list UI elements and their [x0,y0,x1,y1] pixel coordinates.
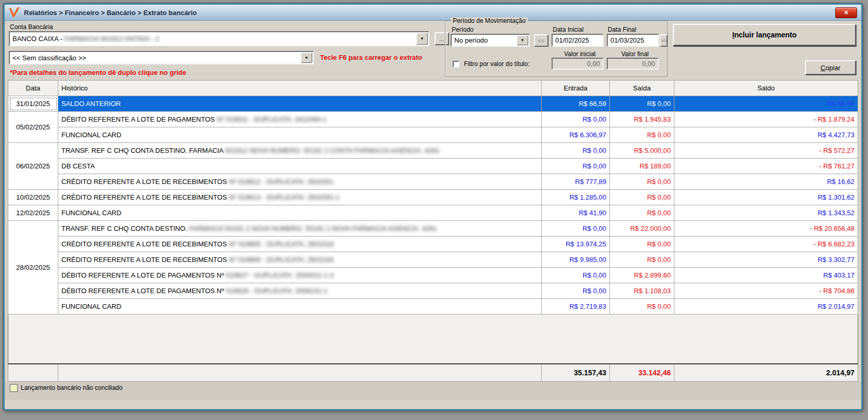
entrada-cell[interactable]: R$ 9.985,00 [542,252,610,268]
table-row[interactable]: 10/02/2025CRÉDITO REFERENTE A LOTE DE RE… [8,190,858,205]
saida-cell[interactable]: R$ 0,00 [610,205,674,221]
saida-cell[interactable]: R$ 1.108,03 [610,283,674,299]
historico-cell[interactable]: DÉBITO REFERENTE A LOTE DE PAGAMENTOS Nº… [58,112,542,127]
saldo-cell[interactable]: R$ 1.301,62 [674,190,858,205]
saldo-cell[interactable]: R$ 66,59 [674,96,858,112]
historico-cell[interactable]: SALDO ANTERIOR [58,96,542,112]
saldo-cell[interactable]: R$ 1.343,52 [674,205,858,221]
previous-period-button[interactable]: << [534,34,548,47]
saldo-cell[interactable]: - R$ 704,86 [674,283,858,299]
next-period-button[interactable]: >> [660,34,668,47]
saldo-cell[interactable]: - R$ 572,27 [674,143,858,159]
valor-inicial-input[interactable]: 0,00 [552,58,604,70]
historico-cell[interactable]: FUNCIONAL CARD [58,205,542,221]
header-saldo[interactable]: Saldo [674,81,858,96]
historico-cell[interactable]: CRÉDITO REFERENTE A LOTE DE RECEBIMENTOS… [58,190,542,205]
table-row[interactable]: DÉBITO REFERENTE A LOTE DE PAGAMENTOS Nº… [8,283,858,299]
historico-cell[interactable]: DÉBITO REFERENTE A LOTE DE PAGAMENTOS Nº… [58,283,542,299]
saida-cell[interactable]: R$ 5.000,00 [610,143,674,159]
date-cell[interactable]: 31/01/2025 [8,96,58,112]
saldo-cell[interactable]: R$ 2.014,97 [674,299,858,314]
table-row[interactable]: DB CESTAR$ 0,00R$ 189,00- R$ 761,27 [8,159,858,174]
conta-bancaria-value: BANCO CAIXA - [12,35,65,43]
historico-cell[interactable]: FUNCIONAL CARD [58,299,542,314]
saldo-cell[interactable]: R$ 16,62 [674,174,858,190]
desktop: Relatórios > Financeiro > Bancário > Ext… [0,0,868,420]
historico-cell[interactable]: TRANSF. REF C CHQ CONTA DESTINO. FARMACI… [58,143,542,159]
historico-cell[interactable]: CRÉDITO REFERENTE A LOTE DE RECEBIMENTOS… [58,252,542,268]
table-row[interactable]: CRÉDITO REFERENTE A LOTE DE RECEBIMENTOS… [8,174,858,190]
saldo-cell[interactable]: - R$ 761,27 [674,159,858,174]
table-row[interactable]: 12/02/2025FUNCIONAL CARDR$ 41,90R$ 0,00R… [8,205,858,221]
saldo-cell[interactable]: R$ 403,17 [674,268,858,283]
historico-cell[interactable]: TRANSF. REF C CHQ CONTA DESTINO. FARMACI… [58,221,542,237]
entrada-cell[interactable]: R$ 2.719,83 [542,299,610,314]
data-inicial-input[interactable]: 01/02/2025 [552,34,604,47]
date-cell[interactable]: 10/02/2025 [8,190,58,205]
saldo-cell[interactable]: - R$ 1.879,24 [674,112,858,127]
historico-cell[interactable]: CRÉDITO REFERENTE A LOTE DE RECEBIMENTOS… [58,174,542,190]
entrada-cell[interactable]: R$ 0,00 [542,268,610,283]
entrada-cell[interactable]: R$ 0,00 [542,159,610,174]
saida-cell[interactable]: R$ 2.899,60 [610,268,674,283]
saldo-cell[interactable]: - R$ 20.656,48 [674,221,858,237]
entrada-cell[interactable]: R$ 1.285,00 [542,190,610,205]
entrada-cell[interactable]: R$ 0,00 [542,143,610,159]
periodo-label: Período [452,26,474,33]
date-cell[interactable]: 28/02/2025 [8,221,58,314]
table-row[interactable]: 31/01/2025SALDO ANTERIORR$ 66,59R$ 0,00R… [8,96,858,112]
saida-cell[interactable]: R$ 0,00 [610,127,674,143]
valor-final-input[interactable]: 0,00 [607,58,659,70]
saldo-cell[interactable]: R$ 3.302,77 [674,252,858,268]
copiar-button[interactable]: Copiar [805,60,856,75]
saida-cell[interactable]: R$ 0,00 [610,299,674,314]
date-cell[interactable]: 06/02/2025 [8,143,58,190]
header-saida[interactable]: Saída [610,81,674,96]
saida-cell[interactable]: R$ 22.000,00 [610,221,674,237]
classification-select[interactable]: << Sem classificação >> ▼ [9,51,314,64]
saida-cell[interactable]: R$ 0,00 [610,174,674,190]
header-data[interactable]: Data [8,81,58,96]
close-button[interactable]: ✕ [835,7,857,18]
historico-cell[interactable]: DB CESTA [58,159,542,174]
saldo-cell[interactable]: R$ 4.427,73 [674,127,858,143]
saida-cell[interactable]: R$ 189,00 [610,159,674,174]
table-row[interactable]: 06/02/2025TRANSF. REF C CHQ CONTA DESTIN… [8,143,858,159]
chevron-down-icon[interactable]: ▼ [416,33,428,45]
entrada-cell[interactable]: R$ 0,00 [542,283,610,299]
historico-cell[interactable]: DÉBITO REFERENTE A LOTE DE PAGAMENTOS Nº… [58,268,542,283]
saida-cell[interactable]: R$ 0,00 [610,96,674,112]
saida-cell[interactable]: R$ 1.945,83 [610,112,674,127]
header-entrada[interactable]: Entrada [542,81,610,96]
entrada-cell[interactable]: R$ 41,90 [542,205,610,221]
table-row[interactable]: CRÉDITO REFERENTE A LOTE DE RECEBIMENTOS… [8,252,858,268]
historico-cell[interactable]: CRÉDITO REFERENTE A LOTE DE RECEBIMENTOS… [58,237,542,252]
saida-cell[interactable]: R$ 0,00 [610,237,674,252]
header-historico[interactable]: Histórico [58,81,542,96]
saldo-cell[interactable]: - R$ 6.682,23 [674,237,858,252]
date-cell[interactable]: 12/02/2025 [8,205,58,221]
entrada-cell[interactable]: R$ 6.306,97 [542,127,610,143]
table-row[interactable]: 28/02/2025TRANSF. REF C CHQ CONTA DESTIN… [8,221,858,237]
table-row[interactable]: FUNCIONAL CARDR$ 6.306,97R$ 0,00R$ 4.427… [8,127,858,143]
entrada-cell[interactable]: R$ 777,89 [542,174,610,190]
entrada-cell[interactable]: R$ 13.974,25 [542,237,610,252]
entrada-cell[interactable]: R$ 0,00 [542,221,610,237]
table-row[interactable]: 05/02/2025DÉBITO REFERENTE A LOTE DE PAG… [8,112,858,127]
table-row[interactable]: DÉBITO REFERENTE A LOTE DE PAGAMENTOS Nº… [8,268,858,283]
chevron-down-icon[interactable]: ▼ [517,35,528,45]
filtro-valor-checkbox[interactable] [453,61,459,68]
periodo-select[interactable]: No período ▼ [451,34,530,47]
entrada-cell[interactable]: R$ 66,59 [542,96,610,112]
chevron-down-icon[interactable]: ▼ [301,52,312,63]
conta-bancaria-select[interactable]: BANCO CAIXA - FARMACIA 501912 ANTIGA - 2… [9,31,429,46]
saida-cell[interactable]: R$ 0,00 [610,190,674,205]
data-final-input[interactable]: 01/03/2025 [607,34,659,47]
incluir-lancamento-button[interactable]: Incluir lançamento [673,24,856,46]
entrada-cell[interactable]: R$ 0,00 [542,112,610,127]
table-row[interactable]: CRÉDITO REFERENTE A LOTE DE RECEBIMENTOS… [8,237,858,252]
saida-cell[interactable]: R$ 0,00 [610,252,674,268]
date-cell[interactable]: 05/02/2025 [8,112,58,143]
table-row[interactable]: FUNCIONAL CARDR$ 2.719,83R$ 0,00R$ 2.014… [8,299,858,314]
historico-cell[interactable]: FUNCIONAL CARD [58,127,542,143]
